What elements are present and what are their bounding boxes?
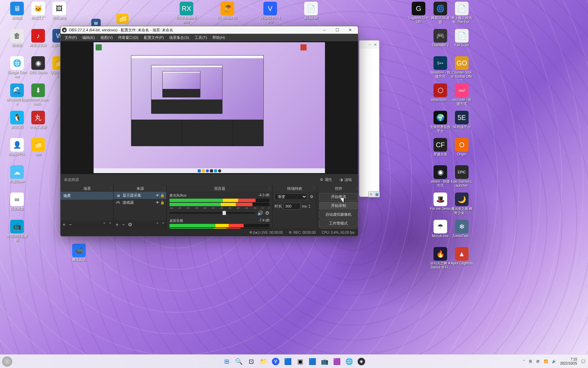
view-mode-toggle[interactable]: ≡ ▦	[368, 191, 380, 197]
desktop-icon[interactable]: osu!osu!.exe - 快捷方式	[451, 83, 473, 106]
desktop-icon[interactable]: ◉steam - 快捷方式	[429, 165, 451, 187]
source-item[interactable]: 🎮游戏源👁🔒	[114, 199, 166, 206]
desktop-icon[interactable]: 🖥此电脑	[6, 2, 28, 20]
popout-icon[interactable]: ⸬	[313, 186, 315, 190]
popout-icon[interactable]: ⸬	[356, 186, 358, 190]
min-icon[interactable]: −	[369, 42, 371, 47]
scene-item[interactable]: 场景	[61, 192, 113, 200]
wifi-icon[interactable]: 📶	[544, 359, 548, 363]
chrome-taskbar-icon[interactable]: 🌐	[344, 356, 355, 367]
desktop-icon[interactable]: 🌙魔法使之夜 稀奇少女 - ..	[451, 193, 473, 215]
visibility-icon[interactable]: 👁	[156, 194, 159, 197]
explorer-icon[interactable]: 📁	[258, 356, 269, 367]
menu-item[interactable]: 停靠窗口(D)	[115, 34, 141, 41]
desktop-icon[interactable]: CF穿越火线	[429, 138, 451, 156]
vegas-taskbar-icon[interactable]: V	[270, 356, 281, 367]
bilibili-taskbar-icon[interactable]: 📺	[319, 356, 330, 367]
desktop-icon[interactable]: OOrigin	[451, 138, 473, 156]
filters-button[interactable]: ◑滤镜	[337, 176, 355, 183]
source-item[interactable]: 🖥显示器采集👁🔒	[114, 192, 166, 199]
grid-mode-icon[interactable]: ▦	[374, 191, 379, 197]
add-scene-button[interactable]: +	[63, 222, 65, 227]
volume-icon[interactable]: 🔊	[552, 359, 556, 363]
taskbar[interactable]: ⊞ 🔍 ⊡ 📁 V 🟦 ▣ 🟦 📺 🟪 🌐 ◉ ˄ 英 拼 📶 🔊 7:15 2…	[0, 354, 588, 368]
visibility-icon[interactable]: 👁	[156, 201, 159, 204]
obs-titlebar[interactable]: ◉ OBS 27.2.4 (64-bit, windows) - 配置文件: 未…	[61, 26, 358, 34]
desktop-icon[interactable]: 📄早上醒月映池 秋-The For..	[451, 2, 473, 24]
control-button[interactable]: 开始推流	[319, 193, 358, 201]
desktop-icon[interactable]: VVEGAS Pro 19.0	[259, 2, 281, 24]
scene-up-button[interactable]: ˄	[103, 222, 105, 227]
lock-icon[interactable]: 🔒	[160, 194, 164, 197]
tray-lang2[interactable]: 拼	[536, 359, 540, 364]
desktop-icon[interactable]: 丸小丸工具箱	[27, 111, 49, 129]
desktop-icon[interactable]: ⬇Internet Download...	[27, 83, 49, 106]
volume-slider[interactable]	[169, 212, 255, 214]
control-button[interactable]: 开始录制	[319, 202, 358, 210]
desktop-icon[interactable]: RXRX 8 Audio Editor	[176, 2, 197, 24]
desktop-icon[interactable]: 🖼壁纸.png	[48, 2, 70, 20]
folder-icon[interactable]: 📁	[116, 14, 129, 25]
tray-lang1[interactable]: 英	[529, 359, 532, 364]
desktop-icon[interactable]: GOCounter-Strike: Global Offen.	[451, 56, 473, 80]
properties-button[interactable]: ⚙属性	[317, 176, 335, 183]
menu-item[interactable]: 工具(T)	[192, 34, 210, 41]
source-up-button[interactable]: ˄	[156, 222, 159, 227]
desktop-icon[interactable]: 👤WangVPN..	[6, 138, 28, 156]
taskbar-app-1[interactable]: 🟦	[282, 356, 293, 367]
desktop-icon[interactable]: 🐱格式工厂	[27, 2, 49, 20]
control-button[interactable]: 启动虚拟摄像机	[319, 211, 358, 218]
desktop-icon[interactable]: 🌊Microsoft Edge	[6, 83, 28, 106]
minimize-button[interactable]: ─	[318, 26, 331, 34]
menu-item[interactable]: 视图(V)	[98, 34, 116, 41]
desktop-icon[interactable]: 🌍完美世界竞技平台	[429, 111, 451, 133]
clock[interactable]: 7:15 2022/10/25	[560, 357, 577, 366]
desktop-icon[interactable]: S++Steam++ - 快捷方式	[429, 56, 451, 78]
desktop-icon[interactable]: 5E5E对战平台	[451, 111, 473, 129]
source-down-button[interactable]: ˅	[162, 222, 164, 227]
desktop-icon[interactable]: EPICEpic Games Launcher	[451, 165, 473, 187]
task-view-icon[interactable]: ⊡	[246, 356, 257, 367]
popout-icon[interactable]: ⸬	[110, 186, 112, 190]
desktop-icon[interactable]: 📄do list.txt	[300, 2, 322, 20]
desktop-icon[interactable]: 🥭FL Studio 20	[216, 2, 238, 20]
menu-item[interactable]: 场景集合(S)	[166, 34, 192, 41]
desktop-icon[interactable]: ◉OBS Studio	[27, 56, 49, 75]
notification-icon[interactable]: 💬	[581, 359, 585, 363]
desktop-icon[interactable]: ♪网易云音乐	[27, 29, 49, 47]
control-button[interactable]: 工作室模式	[319, 219, 358, 227]
source-settings-button[interactable]: ⚙	[128, 222, 132, 227]
popout-icon[interactable]: ⸬	[163, 186, 165, 190]
spin-down-icon[interactable]: ▼	[308, 206, 311, 209]
desktop-icon[interactable]: 📄Fall Guys	[451, 29, 473, 47]
desktop-icon[interactable]: ⬡steamcom...	[429, 83, 451, 102]
desktop-icon[interactable]: GLogitech G HUB	[408, 2, 429, 24]
transition-select[interactable]: 渐变	[275, 193, 307, 200]
menu-item[interactable]: 编辑(E)	[80, 34, 98, 41]
speaker-icon[interactable]: 🔊	[257, 210, 263, 216]
menu-item[interactable]: 帮助(H)	[210, 34, 228, 41]
tray-chevron-icon[interactable]: ˄	[523, 359, 525, 363]
system-tray[interactable]: ˄ 英 拼 📶 🔊 7:15 2022/10/25 💬	[523, 357, 585, 366]
desktop-icon[interactable]: ❄ZombiTide...	[451, 220, 473, 238]
menu-item[interactable]: 文件(F)	[62, 34, 80, 41]
channel-settings-icon[interactable]: ⚙	[265, 210, 270, 216]
remove-scene-button[interactable]: −	[69, 222, 71, 227]
desktop-icon[interactable]: 🔥冰与火之舞 A Dance of Fi..	[429, 247, 451, 269]
lock-icon[interactable]: 🔒	[160, 201, 164, 204]
desktop-icon[interactable]: 🗑回收站	[6, 29, 28, 47]
obs-taskbar-icon[interactable]: ◉	[356, 356, 367, 367]
list-mode-icon[interactable]: ≡	[369, 191, 374, 197]
duration-input[interactable]	[283, 203, 300, 210]
desktop-icon[interactable]: 🎮Titanfall® 2	[429, 29, 451, 47]
desktop-icon[interactable]: 🐧腾讯QQ	[6, 111, 28, 129]
maximize-button[interactable]: ☐	[331, 26, 344, 34]
start-button[interactable]: ⊞	[221, 356, 232, 367]
scene-down-button[interactable]: ˅	[109, 222, 111, 227]
spin-up-icon[interactable]: ▲	[308, 204, 311, 206]
desktop-icon[interactable]: 📁cpp	[27, 138, 49, 156]
desktop-icon[interactable]: ☁咚漫Down	[6, 165, 28, 184]
obs-preview[interactable]: /*no-op visual only*/	[61, 41, 358, 174]
desktop-icon[interactable]: 🌀网易UU加速器	[429, 2, 451, 24]
start-orb-icon[interactable]	[2, 356, 12, 367]
